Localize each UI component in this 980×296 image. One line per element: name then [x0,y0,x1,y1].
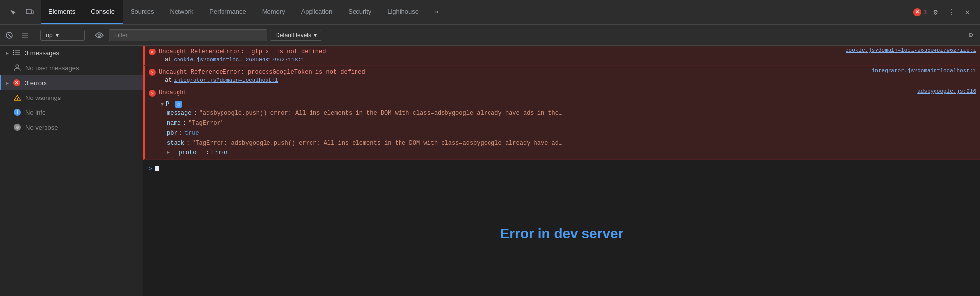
log-entry-2: ✕ Uncaught ReferenceError: processGoogle… [143,66,980,86]
tab-security[interactable]: Security [340,0,379,24]
tab-application[interactable]: Application [293,0,341,24]
obj-props: message : "adsbygoogle.push() error: All… [159,109,976,157]
context-select[interactable]: top [40,30,85,41]
entry-content-2: Uncaught ReferenceError: processGoogleTo… [159,68,976,84]
console-input-area: > [143,160,980,171]
errors-chevron-icon [6,80,9,86]
filter-input[interactable] [109,29,267,41]
page-content: Error in dev server [143,171,980,296]
user-icon [13,64,21,72]
info-icon: i [13,108,21,116]
tab-lighthouse[interactable]: Lighthouse [379,0,427,24]
svg-rect-5 [22,35,28,36]
entry-sublink-1[interactable]: cookie.js?domain=loc…-2635048179627118:1 [174,57,304,63]
list-icon [13,49,21,57]
prop-name: name : "TagError" [167,119,976,128]
eye-icon[interactable] [93,29,106,42]
svg-rect-0 [26,9,31,14]
entry-link-2[interactable]: integrator.js?domain=localhost:1 [872,68,976,74]
cursor-icon[interactable] [6,5,20,19]
sidebar-item-warnings[interactable]: ! No warnings [0,90,143,105]
error-icon-1: ✕ [149,49,156,55]
svg-rect-4 [22,33,28,34]
svg-rect-1 [32,11,33,14]
tab-more[interactable]: » [427,0,446,24]
tab-performance[interactable]: Performance [201,0,254,24]
device-toggle-icon[interactable] [23,5,37,19]
messages-chevron-icon [6,50,9,56]
main-content: 3 messages No user messages ✕ 3 errors [0,46,980,296]
svg-line-3 [8,34,11,37]
tab-right-controls: ✕ 3 ⚙ ⋮ ✕ [909,5,978,19]
tab-sources[interactable]: Sources [123,0,162,24]
console-settings-icon[interactable]: ⚙ [964,29,977,42]
console-log: ✕ Uncaught ReferenceError: _gfp_s_ is no… [143,46,980,171]
prop-proto: ▶ __proto__ : Error [167,148,976,157]
verbose-icon: ⚙ [13,123,21,131]
tab-bar: Elements Console Sources Network Perform… [0,0,980,25]
clear-console-icon[interactable] [3,29,16,42]
expanded-body-3: ▼ P □ message : "adsbygoogle.push() erro… [149,100,976,157]
svg-point-14 [16,65,19,68]
svg-point-7 [98,34,101,36]
levels-chevron-icon [314,32,317,39]
toolbar-divider-2 [89,30,89,40]
p-label: P [166,101,169,108]
entry-link-3[interactable]: adsbygoogle.js:216 [917,88,976,94]
warning-icon: ! [13,94,21,101]
error-badge: ✕ 3 [913,8,927,16]
sidebar-item-errors[interactable]: ✕ 3 errors [0,75,143,90]
prop-pbr: pbr : true [167,129,976,138]
error-icon-2: ✕ [149,69,156,76]
sidebar-item-verbose[interactable]: ⚙ No verbose [0,120,143,135]
more-options-icon[interactable]: ⋮ [944,5,958,19]
error-icon-3: ✕ [149,90,156,97]
toolbar-divider-1 [36,30,36,40]
prop-message: message : "adsbygoogle.push() error: All… [167,109,976,118]
levels-select[interactable]: Default levels [270,30,322,41]
sidebar-item-user-messages[interactable]: No user messages [0,60,143,75]
prop-stack: stack : "TagError: adsbygoogle.push() er… [167,139,976,148]
p-expand-icon[interactable]: □ [175,101,182,108]
close-icon[interactable]: ✕ [960,5,974,19]
error-icon: ✕ [13,79,21,87]
p-expand-chevron[interactable]: ▼ [161,102,164,107]
log-entry-1: ✕ Uncaught ReferenceError: _gfp_s_ is no… [143,46,980,66]
entry-sublink-2[interactable]: integrator.js?domain=localhost:1 [174,77,278,83]
sidebar: 3 messages No user messages ✕ 3 errors [0,46,143,296]
log-entry-3: ✕ Uncaught adsbygoogle.js:216 ▼ P □ [143,86,980,160]
svg-rect-6 [22,37,28,38]
tab-network[interactable]: Network [162,0,202,24]
tab-console[interactable]: Console [83,0,123,24]
console-toolbar: top Default levels ⚙ [0,25,980,46]
proto-expand-icon[interactable]: ▶ [167,148,170,157]
svg-rect-8 [13,50,14,51]
context-chevron-icon [56,32,59,39]
tab-elements[interactable]: Elements [41,0,83,24]
sidebar-item-info[interactable]: i No info [0,105,143,120]
entry-link-1[interactable]: cookie.js?domain=loc…-2635048179627118:1 [846,48,976,53]
settings-icon[interactable]: ⚙ [929,5,942,19]
svg-rect-12 [13,54,14,55]
svg-rect-9 [15,50,20,51]
error-circle-icon: ✕ [913,8,921,16]
entry-content-1: Uncaught ReferenceError: _gfp_s_ is not … [159,48,976,63]
svg-text:!: ! [17,96,18,100]
console-prompt-icon: > [148,165,152,171]
console-cursor [155,166,159,171]
tab-memory[interactable]: Memory [254,0,293,24]
page-error-title: Error in dev server [500,226,623,242]
collapse-icon[interactable] [19,29,32,42]
sidebar-item-messages[interactable]: 3 messages [0,46,143,60]
svg-rect-13 [15,54,20,55]
tab-icon-area [2,5,41,19]
svg-rect-11 [15,52,20,53]
svg-rect-10 [13,52,14,53]
